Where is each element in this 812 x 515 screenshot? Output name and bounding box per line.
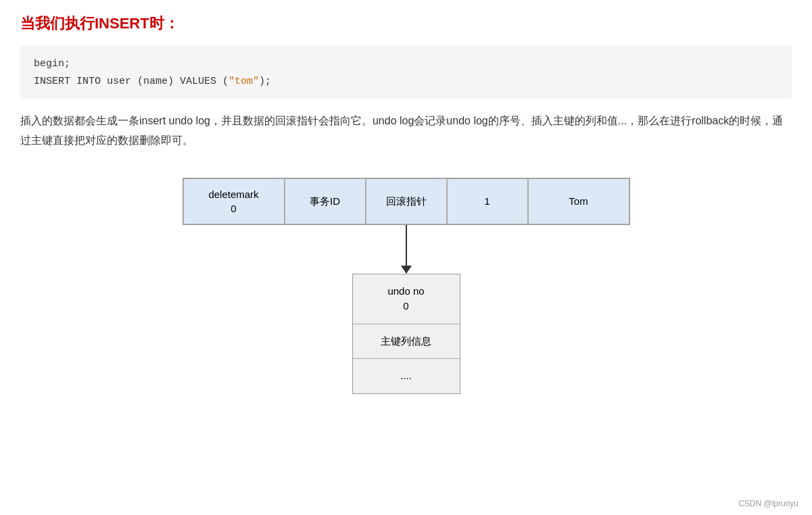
table-cell-name: Tom <box>528 178 629 224</box>
page-title: 当我们执行INSERT时： <box>20 14 792 34</box>
table-cell-pk: 1 <box>447 178 528 224</box>
data-table: deletemark 0 事务ID 回滚指针 1 Tom <box>183 178 630 225</box>
code-table-name: user <box>107 76 131 87</box>
undo-log-row-3: .... <box>353 359 460 393</box>
arrow-connector <box>401 225 412 274</box>
description-text: 插入的数据都会生成一条insert undo log，并且数据的回滚指针会指向它… <box>20 112 792 151</box>
table-cell-deletemark: deletemark 0 <box>183 178 285 224</box>
watermark: CSDN @lpruoyu <box>738 499 798 508</box>
code-line-1: begin; <box>34 55 778 73</box>
undo-log-box: undo no 0 主键列信息 .... <box>352 274 460 394</box>
arrow-head <box>401 266 412 274</box>
undo-log-row-1: undo no 0 <box>353 274 460 324</box>
undo-log-row-2: 主键列信息 <box>353 324 460 360</box>
code-string-value: "tom" <box>229 76 259 87</box>
code-block: begin; INSERT INTO user (name) VALUES ("… <box>20 46 792 99</box>
diagram-container: deletemark 0 事务ID 回滚指针 1 Tom undo no 0 主… <box>20 178 792 394</box>
arrow-line <box>406 225 407 266</box>
table-cell-rollback-pointer: 回滚指针 <box>366 178 447 224</box>
table-cell-transaction-id: 事务ID <box>285 178 366 224</box>
code-closing: ); <box>259 76 271 87</box>
code-keyword-values: (name) VALUES ( <box>131 76 229 87</box>
code-keyword-insert: INSERT INTO <box>34 76 107 87</box>
code-line-2: INSERT INTO user (name) VALUES ("tom"); <box>34 73 778 91</box>
